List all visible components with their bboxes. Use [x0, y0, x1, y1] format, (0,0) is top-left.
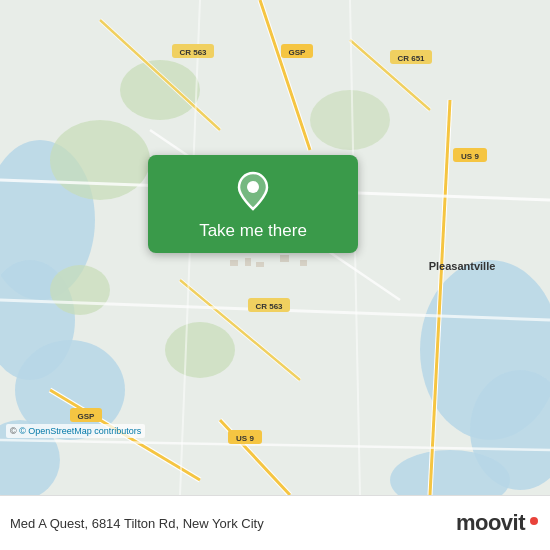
- osm-attribution: © © OpenStreetMap contributors: [6, 424, 145, 438]
- svg-rect-52: [300, 260, 307, 266]
- osm-link[interactable]: © OpenStreetMap contributors: [19, 426, 141, 436]
- svg-text:US 9: US 9: [461, 152, 479, 161]
- svg-point-10: [50, 265, 110, 315]
- svg-point-8: [50, 120, 150, 200]
- take-me-there-label: Take me there: [199, 221, 307, 241]
- svg-rect-48: [230, 260, 238, 266]
- svg-rect-51: [280, 255, 289, 262]
- svg-text:GSP: GSP: [78, 412, 96, 421]
- bottom-bar: Med A Quest, 6814 Tilton Rd, New York Ci…: [0, 495, 550, 550]
- svg-text:CR 563: CR 563: [179, 48, 207, 57]
- svg-point-9: [120, 60, 200, 120]
- take-me-there-button[interactable]: Take me there: [148, 155, 358, 253]
- svg-text:US 9: US 9: [236, 434, 254, 443]
- map-container: CR 563 GSP CR 651 US 9 GSP CR 563 US 9 P…: [0, 0, 550, 495]
- svg-point-11: [165, 322, 235, 378]
- svg-text:CR 563: CR 563: [255, 302, 283, 311]
- svg-rect-50: [256, 262, 264, 267]
- svg-text:GSP: GSP: [289, 48, 307, 57]
- moovit-logo: moovit: [456, 510, 538, 536]
- moovit-dot: [530, 517, 538, 525]
- svg-point-53: [247, 181, 259, 193]
- osm-copyright-icon: ©: [10, 426, 17, 436]
- location-text: Med A Quest, 6814 Tilton Rd, New York Ci…: [10, 516, 456, 531]
- location-pin-icon: [231, 169, 275, 213]
- svg-point-12: [310, 90, 390, 150]
- moovit-brand-text: moovit: [456, 510, 525, 536]
- svg-text:Pleasantville: Pleasantville: [429, 260, 496, 272]
- svg-rect-49: [245, 258, 251, 266]
- svg-text:CR 651: CR 651: [397, 54, 425, 63]
